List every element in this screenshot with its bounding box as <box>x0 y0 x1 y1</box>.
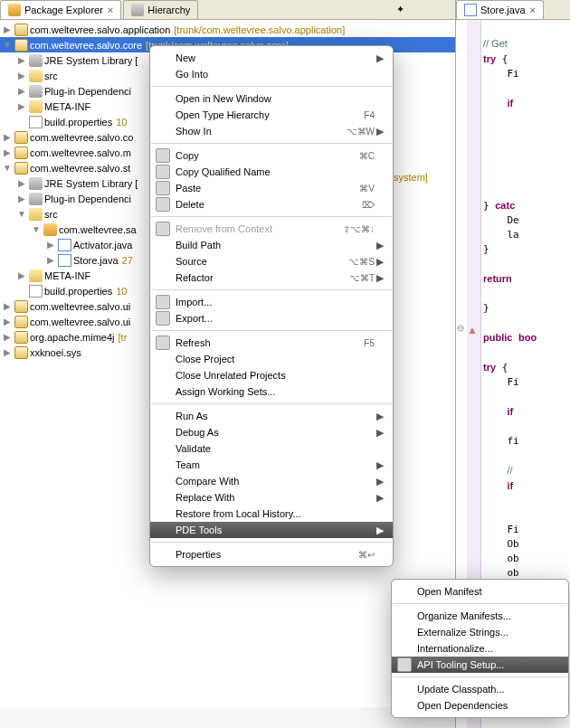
proj-icon <box>14 24 28 36</box>
folder-icon <box>29 208 43 221</box>
menu-item-label: Import... <box>176 297 375 307</box>
submenu-api-tooling[interactable]: API Tooling Setup... <box>392 657 568 673</box>
menu-item-label: Internationalize... <box>417 643 550 654</box>
menu-open-new-window[interactable]: Open in New Window <box>150 90 393 107</box>
toolbar-icon-2[interactable] <box>413 4 425 16</box>
menu-separator <box>151 330 392 331</box>
menu-build-path[interactable]: Build Path▶ <box>150 237 393 253</box>
menu-restore-history[interactable]: Restore from Local History... <box>150 506 393 522</box>
submenu-arrow-icon: ▶ <box>375 525 384 536</box>
menu-refresh[interactable]: RefreshF5 <box>150 335 393 351</box>
menu-go-into[interactable]: Go Into <box>150 66 393 82</box>
submenu-arrow-icon: ▶ <box>375 492 384 504</box>
twisty-icon[interactable]: ▼ <box>31 224 42 234</box>
menu-item-icon <box>156 295 170 309</box>
menu-separator <box>151 86 392 87</box>
tree-item-suffix: 27 <box>122 255 133 266</box>
twisty-icon[interactable]: ▶ <box>16 178 27 188</box>
menu-item-label: Refactor <box>176 272 340 283</box>
submenu-internationalize[interactable]: Internationalize... <box>392 640 568 657</box>
menu-show-in[interactable]: Show In⌥⌘W▶ <box>150 123 393 139</box>
menu-item-icon <box>156 197 170 212</box>
menu-close-project[interactable]: Close Project <box>150 351 393 367</box>
menu-copy[interactable]: Copy⌘C <box>150 147 393 164</box>
tree-item-label: xxknoei.sys <box>30 347 81 358</box>
menu-item-label: Organize Manifests... <box>417 610 550 621</box>
twisty-icon[interactable]: ▶ <box>2 24 13 34</box>
pde-tools-submenu[interactable]: Open ManifestOrganize Manifests...Extern… <box>391 579 569 718</box>
close-icon[interactable]: × <box>530 5 536 15</box>
twisty-icon[interactable]: ▶ <box>45 240 56 250</box>
menu-item-label: Delete <box>176 199 353 210</box>
menu-item-icon <box>156 490 170 505</box>
twisty-icon[interactable]: ▶ <box>2 301 13 311</box>
menu-item-label: Assign Working Sets... <box>176 386 375 397</box>
submenu-open-dependencies[interactable]: Open Dependencies <box>392 697 568 714</box>
toolbar-icon-3[interactable] <box>429 4 442 16</box>
menu-source[interactable]: Source⌥⌘S▶ <box>150 253 393 269</box>
menu-item-label: Copy Qualified Name <box>176 166 375 177</box>
twisty-icon[interactable]: ▶ <box>16 270 27 280</box>
menu-export[interactable]: Export... <box>150 310 393 326</box>
menu-compare-with[interactable]: Compare With▶ <box>150 473 393 489</box>
twisty-icon[interactable]: ▶ <box>2 132 13 142</box>
menu-item-icon <box>156 270 170 285</box>
tab-hierarchy[interactable]: Hierarchy <box>123 0 198 19</box>
toolbar-icon-1[interactable]: ✦ <box>396 4 409 16</box>
fold-collapse-icon[interactable]: ⊖ <box>457 324 465 332</box>
twisty-icon[interactable]: ▶ <box>2 317 13 326</box>
menu-copy-qualified[interactable]: Copy Qualified Name <box>150 164 393 180</box>
menu-assign-working-sets[interactable]: Assign Working Sets... <box>150 383 393 400</box>
menu-delete[interactable]: Delete⌦ <box>150 196 393 213</box>
twisty-icon[interactable]: ▶ <box>16 101 27 111</box>
twisty-icon[interactable]: ▶ <box>16 194 27 203</box>
tree-item-suffix: 10 <box>116 286 127 297</box>
context-menu[interactable]: New▶Go IntoOpen in New WindowOpen Type H… <box>149 45 394 567</box>
twisty-icon[interactable]: ▶ <box>45 255 56 265</box>
twisty-icon[interactable]: ▶ <box>16 86 27 96</box>
menu-validate[interactable]: Validate <box>150 440 393 457</box>
twisty-icon[interactable]: ▶ <box>2 347 13 357</box>
twisty-icon[interactable]: ▶ <box>2 332 13 342</box>
submenu-open-manifest[interactable]: Open Manifest <box>392 583 568 600</box>
menu-replace-with[interactable]: Replace With▶ <box>150 489 393 506</box>
tab-package-explorer[interactable]: Package Explorer × <box>0 0 121 19</box>
submenu-update-classpath[interactable]: Update Classpath... <box>392 681 568 697</box>
twisty-icon[interactable]: ▶ <box>2 147 13 157</box>
menu-item-label: Replace With <box>176 492 375 503</box>
menu-item-icon <box>397 584 412 599</box>
menu-team[interactable]: Team▶ <box>150 457 393 473</box>
menu-separator <box>151 403 392 404</box>
submenu-externalize-strings[interactable]: Externalize Strings... <box>392 624 568 640</box>
tree-item-suffix: [tr <box>119 332 128 343</box>
tree-item-label: com.weltevree.salvo.application <box>30 24 170 35</box>
menu-close-unrelated[interactable]: Close Unrelated Projects <box>150 367 393 383</box>
menu-item-icon <box>156 148 170 163</box>
twisty-icon[interactable]: ▼ <box>2 40 13 50</box>
tab-store-java[interactable]: Store.java × <box>456 0 544 19</box>
close-icon[interactable]: × <box>108 5 113 15</box>
menu-item-label: Paste <box>176 183 350 194</box>
twisty-icon[interactable]: ▶ <box>16 71 27 80</box>
menu-new[interactable]: New▶ <box>150 50 393 66</box>
menu-paste[interactable]: Paste⌘V <box>150 180 393 196</box>
menu-properties[interactable]: Properties⌘↩ <box>150 546 393 563</box>
menu-refactor[interactable]: Refactor⌥⌘T▶ <box>150 269 393 286</box>
menu-run-as[interactable]: Run As▶ <box>150 408 393 424</box>
menu-item-label: Compare With <box>176 476 375 487</box>
tree-item-label: com.weltevree.salvo.core <box>30 40 142 51</box>
menu-item-icon <box>156 368 170 383</box>
menu-open-type-hierarchy[interactable]: Open Type HierarchyF4 <box>150 107 393 123</box>
menu-import[interactable]: Import... <box>150 294 393 310</box>
twisty-icon[interactable]: ▶ <box>16 55 27 65</box>
package-explorer-icon <box>8 4 21 16</box>
twisty-icon[interactable]: ▼ <box>16 209 27 219</box>
menu-pde-tools[interactable]: PDE Tools▶ <box>150 522 393 538</box>
java-icon <box>58 239 71 251</box>
menu-item-icon <box>156 409 170 423</box>
twisty-icon[interactable]: ▼ <box>2 163 13 173</box>
menu-item-icon <box>156 51 170 65</box>
proj-icon <box>14 300 28 313</box>
menu-debug-as[interactable]: Debug As▶ <box>150 424 393 440</box>
submenu-organize-manifests[interactable]: Organize Manifests... <box>392 608 568 624</box>
